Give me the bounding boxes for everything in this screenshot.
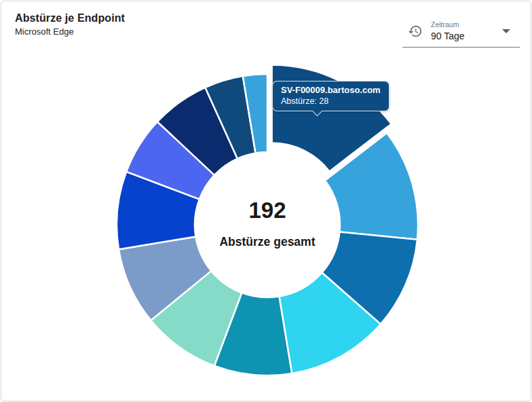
total-crashes-label: Abstürze gesamt [166,235,369,249]
period-select[interactable]: Zeitraum 90 Tage [402,15,520,48]
card-header: Abstürze je Endpoint Microsoft Edge [15,12,125,37]
chart-tooltip: SV-F00009.bartoso.com Abstürze: 28 [272,81,390,111]
page-title: Abstürze je Endpoint [15,12,125,24]
chart-card: Abstürze je Endpoint Microsoft Edge Zeit… [1,1,531,401]
history-icon [408,24,423,39]
tooltip-endpoint-name: SV-F00009.bartoso.com [281,85,381,95]
period-select-value: 90 Tage [431,31,502,41]
total-crashes-value: 192 [166,198,369,223]
period-select-text: Zeitraum 90 Tage [431,20,502,41]
period-select-label: Zeitraum [431,20,502,29]
chevron-down-icon [502,29,510,33]
donut-center: 192 Abstürze gesamt [166,198,369,249]
tooltip-crash-count: Abstürze: 28 [281,96,381,106]
card-subtitle: Microsoft Edge [15,26,125,37]
